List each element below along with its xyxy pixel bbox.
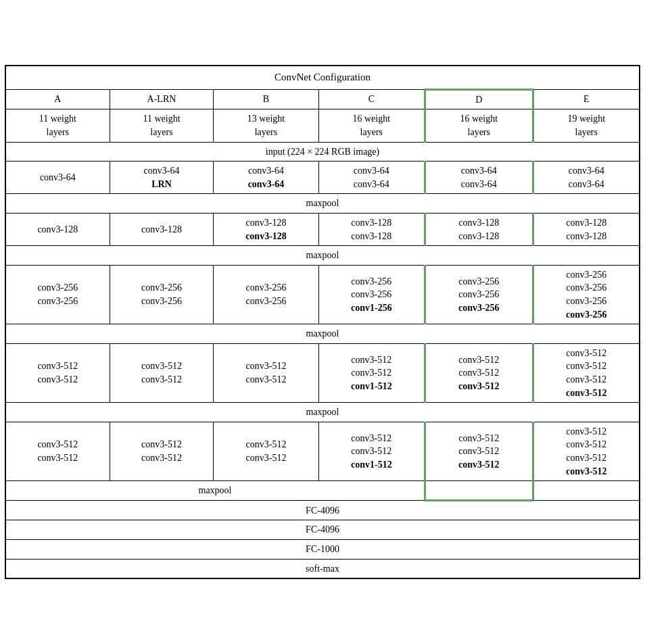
block4-e: conv3-512conv3-512conv3-512conv3-512 [533,343,639,402]
conv-block-3-row: conv3-256conv3-256 conv3-256conv3-256 co… [6,265,640,324]
convnet-table-wrapper: ConvNet Configuration A A-LRN B C D E 11… [5,65,640,579]
col-header-d: D [425,89,533,109]
col-header-c: C [318,89,425,109]
block3-e-bold: conv3-256 [566,309,607,320]
col-header-a-lrn: A-LRN [110,89,214,109]
input-row: input (224 × 224 RGB image) [6,142,640,162]
block1-a: conv3-64 [6,162,110,194]
block3-e: conv3-256conv3-256conv3-256conv3-256 [533,265,639,324]
col-header-e: E [533,89,639,109]
weight-b: 13 weightlayers [214,109,318,142]
conv-block-1-row-1: conv3-64 conv3-64LRN conv3-64conv3-64 co… [6,162,640,194]
fc1000-label: FC-1000 [6,539,640,559]
weight-a: 11 weightlayers [6,109,110,142]
maxpool-3-label: maxpool [6,324,640,344]
col-header-b: B [214,89,318,109]
block4-b: conv3-512conv3-512 [214,343,318,402]
block1-c: conv3-64conv3-64 [318,162,425,194]
block1-a-lrn: conv3-64LRN [110,162,214,194]
block2-c: conv3-128conv3-128 [318,214,425,246]
weight-c: 16 weightlayers [318,109,425,142]
block5-d: conv3-512conv3-512conv3-512 [425,422,533,480]
block3-c-bold: conv1-256 [351,303,392,313]
maxpool-5-d [425,481,533,501]
block1-b: conv3-64conv3-64 [214,162,318,194]
maxpool-5-label-left: maxpool [6,481,425,501]
block2-a-lrn: conv3-128 [110,214,214,246]
block3-b: conv3-256conv3-256 [214,265,318,324]
block4-d-bold: conv3-512 [458,381,500,391]
block5-a: conv3-512conv3-512 [6,422,110,480]
maxpool-3-row: maxpool [6,324,640,344]
block5-b: conv3-512conv3-512 [214,422,318,480]
block5-e-bold: conv3-512 [566,466,607,476]
maxpool-2-row: maxpool [6,246,640,266]
block4-a: conv3-512conv3-512 [6,343,110,402]
fc1000-row: FC-1000 [6,539,640,559]
fc4096-1-label: FC-4096 [6,500,640,520]
maxpool-2-label: maxpool [6,246,640,266]
weight-e: 19 weightlayers [533,109,639,142]
block4-c-bold: conv1-512 [351,381,392,391]
fc4096-1-row: FC-4096 [6,500,640,520]
block2-e: conv3-128conv3-128 [533,214,639,246]
header-row: A A-LRN B C D E [6,89,640,109]
block5-d-bold: conv3-512 [458,460,500,470]
block4-a-lrn: conv3-512conv3-512 [110,343,214,402]
fc4096-2-label: FC-4096 [6,520,640,540]
block1-e: conv3-64conv3-64 [533,162,639,194]
block3-d: conv3-256conv3-256conv3-256 [425,265,533,324]
table-title: ConvNet Configuration [6,66,640,89]
softmax-row: soft-max [6,559,640,578]
block2-b: conv3-128conv3-128 [214,214,318,246]
weight-layers-row: 11 weightlayers 11 weightlayers 13 weigh… [6,109,640,142]
col-header-a: A [6,89,110,109]
conv-block-2-row: conv3-128 conv3-128 conv3-128conv3-128 c… [6,214,640,246]
title-row: ConvNet Configuration [6,66,640,89]
maxpool-4-row: maxpool [6,403,640,422]
maxpool-1-row: maxpool [6,194,640,214]
block4-c: conv3-512conv3-512conv1-512 [318,343,425,402]
maxpool-5-row: maxpool [6,481,640,501]
maxpool-5-e [533,481,639,501]
convnet-table: ConvNet Configuration A A-LRN B C D E 11… [5,66,640,578]
block5-a-lrn: conv3-512conv3-512 [110,422,214,480]
block4-e-bold: conv3-512 [566,388,607,398]
conv-block-4-row: conv3-512conv3-512 conv3-512conv3-512 co… [6,343,640,402]
lrn-label: LRN [151,179,172,189]
block1-b-bold: conv3-64 [248,179,285,189]
block3-a: conv3-256conv3-256 [6,265,110,324]
block3-a-lrn: conv3-256conv3-256 [110,265,214,324]
conv-block-5-row: conv3-512conv3-512 conv3-512conv3-512 co… [6,422,640,480]
block5-e: conv3-512conv3-512conv3-512conv3-512 [533,422,639,480]
block2-d: conv3-128conv3-128 [425,214,533,246]
block1-d: conv3-64conv3-64 [425,162,533,194]
weight-a-lrn: 11 weightlayers [110,109,214,142]
block3-c: conv3-256conv3-256conv1-256 [318,265,425,324]
maxpool-1-label: maxpool [6,194,640,214]
softmax-label: soft-max [6,559,640,578]
block3-d-bold: conv3-256 [458,303,500,313]
maxpool-4-label: maxpool [6,403,640,422]
block5-c: conv3-512conv3-512conv1-512 [318,422,425,480]
block2-b-bold: conv3-128 [245,231,287,241]
block2-a: conv3-128 [6,214,110,246]
weight-d: 16 weightlayers [425,109,533,142]
block4-d: conv3-512conv3-512conv3-512 [425,343,533,402]
block5-c-bold: conv1-512 [351,460,392,470]
fc4096-2-row: FC-4096 [6,520,640,540]
input-label: input (224 × 224 RGB image) [6,142,640,162]
